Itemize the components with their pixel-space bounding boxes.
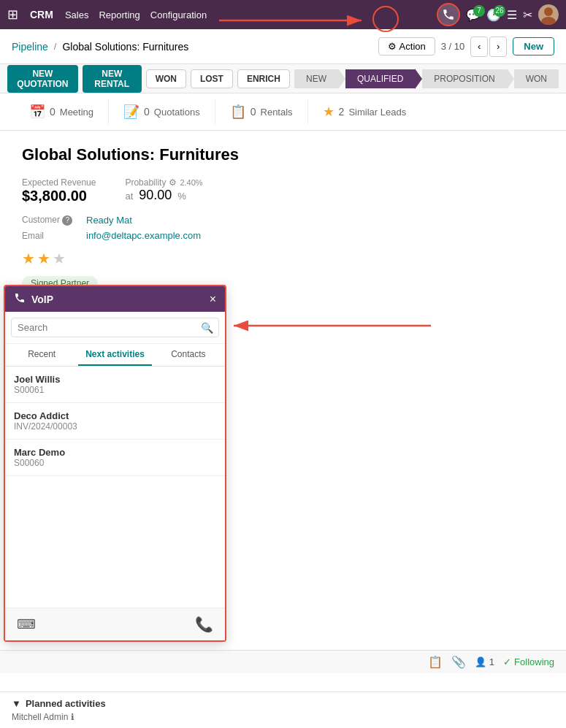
voip-keyboard-icon[interactable]: ⌨	[17, 616, 36, 632]
star-3[interactable]: ★	[53, 250, 66, 267]
voip-list: Joel Willis S00061 Deco Addict INV/2024/…	[5, 367, 225, 476]
top-nav: ⊞ CRM Sales Reporting Configuration 💬 7 …	[0, 0, 566, 29]
rentals-label: Rentals	[261, 107, 293, 118]
stage-arrow-3	[507, 69, 514, 89]
nav-links: Sales Reporting Configuration	[65, 9, 207, 20]
next-button[interactable]: ›	[489, 37, 507, 57]
voip-search-bar: 🔍	[5, 312, 225, 344]
email-value[interactable]: info@deltapc.example.com	[86, 230, 201, 241]
stage-arrow-1	[338, 69, 345, 89]
info-icon: ℹ	[71, 712, 74, 722]
star-2[interactable]: ★	[37, 250, 50, 267]
new-button[interactable]: New	[513, 37, 554, 55]
star-rating[interactable]: ★ ★ ★	[22, 250, 544, 267]
following-label: Following	[514, 656, 554, 667]
following-button[interactable]: ✓ Following	[503, 656, 554, 667]
breadcrumb-separator: /	[54, 41, 57, 52]
nav-configuration[interactable]: Configuration	[150, 9, 207, 20]
probability-value[interactable]: 90.00	[139, 188, 172, 203]
customer-label: Customer ?	[22, 215, 80, 226]
nav-reporting[interactable]: Reporting	[99, 9, 139, 20]
calendar-icon: 📅	[29, 104, 45, 120]
person-icon: 👤	[475, 656, 486, 667]
customer-help-icon: ?	[62, 215, 72, 226]
menu-button[interactable]: ☰	[507, 8, 517, 22]
stage-qualified[interactable]: QUALIFIED	[345, 69, 415, 88]
enrich-button[interactable]: ENRICH	[237, 69, 290, 88]
voip-contact-ref-0: S00061	[14, 385, 216, 395]
expected-revenue-label: Expected Revenue	[22, 177, 96, 188]
voip-contact-0[interactable]: Joel Willis S00061	[5, 367, 225, 403]
arrow-annotation-2	[226, 318, 438, 333]
quotations-count: 0	[144, 106, 150, 118]
similar-count: 2	[339, 106, 345, 118]
voip-call-icon[interactable]: 📞	[195, 616, 213, 633]
stat-meeting[interactable]: 📅 0 Meeting	[15, 99, 109, 124]
star-1[interactable]: ★	[22, 250, 35, 267]
voip-contact-2[interactable]: Marc Demo S00060	[5, 440, 225, 476]
won-button[interactable]: WON	[146, 69, 186, 88]
stat-rentals[interactable]: 📋 0 Rentals	[215, 99, 308, 124]
stage-arrow-2	[415, 69, 422, 89]
app-name: CRM	[30, 9, 53, 20]
voip-tab-next-activities[interactable]: Next activities	[78, 344, 151, 366]
voip-contact-name-1: Deco Addict	[14, 410, 216, 421]
stat-quotations[interactable]: 📝 0 Quotations	[109, 99, 215, 124]
stage-won[interactable]: WON	[514, 69, 559, 88]
stats-bar: 📅 0 Meeting 📝 0 Quotations 📋 0 Rentals ★…	[0, 93, 566, 131]
voip-contact-ref-2: S00060	[14, 458, 216, 468]
lost-button[interactable]: LOST	[191, 69, 233, 88]
follower-count: 👤 1	[475, 656, 494, 667]
meeting-count: 0	[50, 106, 56, 118]
pct-symbol: %	[177, 191, 186, 202]
new-quotation-button[interactable]: NEW QUOTATION	[7, 65, 78, 93]
voip-header: VoIP ×	[5, 286, 225, 312]
breadcrumb-parent[interactable]: Pipeline	[12, 41, 48, 53]
copy-icon[interactable]: 📋	[428, 655, 443, 669]
voip-tab-recent[interactable]: Recent	[5, 344, 78, 366]
chat-button[interactable]: 💬 7	[466, 8, 481, 22]
expected-revenue-field: Expected Revenue $3,800.00	[22, 177, 96, 206]
probability-gear-icon[interactable]: ⚙	[169, 177, 177, 188]
rentals-count: 0	[251, 106, 256, 118]
voip-search-input[interactable]	[11, 318, 219, 337]
rentals-icon: 📋	[230, 104, 246, 120]
breadcrumb-current: Global Solutions: Furnitures	[62, 41, 188, 53]
revenue-value[interactable]: $3,800.00	[22, 188, 96, 204]
bottom-bar: 📋 📎 👤 1 ✓ Following	[0, 650, 566, 673]
action-bar: NEW QUOTATION NEW RENTAL WON LOST ENRICH…	[0, 64, 566, 93]
revenue-probability-row: Expected Revenue $3,800.00 Probability ⚙…	[22, 177, 544, 206]
tools-button[interactable]: ✂	[523, 8, 532, 22]
activities-user: Mitchell Admin	[12, 712, 68, 722]
activities-section: ▼ Planned activities Mitchell Admin ℹ	[0, 691, 566, 728]
checkmark-icon: ✓	[503, 656, 511, 667]
meeting-label: Meeting	[60, 107, 93, 118]
probability-field: Probability ⚙ 2.40% at 90.00 %	[125, 177, 202, 206]
voip-phone-icon	[14, 292, 26, 306]
attachment-icon[interactable]: 📎	[451, 655, 466, 669]
avatar[interactable]	[538, 4, 559, 25]
voip-tab-contacts[interactable]: Contacts	[152, 344, 225, 366]
action-button[interactable]: ⚙ Action	[378, 37, 435, 55]
voip-popup: VoIP × 🔍 Recent Next activities Contacts…	[4, 285, 226, 642]
similar-label: Similar Leads	[348, 107, 406, 118]
activity-button[interactable]: 🕐 26	[486, 8, 501, 22]
voip-contact-1[interactable]: Deco Addict INV/2024/00003	[5, 403, 225, 440]
activity-badge: 26	[494, 5, 505, 17]
triangle-icon: ▼	[12, 698, 21, 709]
activities-header[interactable]: ▼ Planned activities	[12, 698, 554, 709]
nav-sales[interactable]: Sales	[65, 9, 89, 20]
stage-pipeline: NEW QUALIFIED PROPOSITION WON	[294, 69, 559, 89]
voip-search-icon[interactable]: 🔍	[201, 322, 213, 334]
customer-value[interactable]: Ready Mat	[86, 215, 132, 226]
voip-nav-button[interactable]	[437, 3, 460, 26]
stat-similar-leads[interactable]: ★ 2 Similar Leads	[308, 99, 421, 124]
voip-close-button[interactable]: ×	[210, 293, 216, 306]
app-grid-icon[interactable]: ⊞	[7, 7, 18, 23]
prev-button[interactable]: ‹	[470, 37, 488, 57]
probability-value-row: at 90.00 %	[125, 188, 202, 203]
stage-proposition[interactable]: PROPOSITION	[422, 69, 506, 88]
stage-new[interactable]: NEW	[294, 69, 338, 88]
new-rental-button[interactable]: NEW RENTAL	[83, 65, 142, 93]
nav-counter: 3 / 10	[441, 41, 465, 52]
